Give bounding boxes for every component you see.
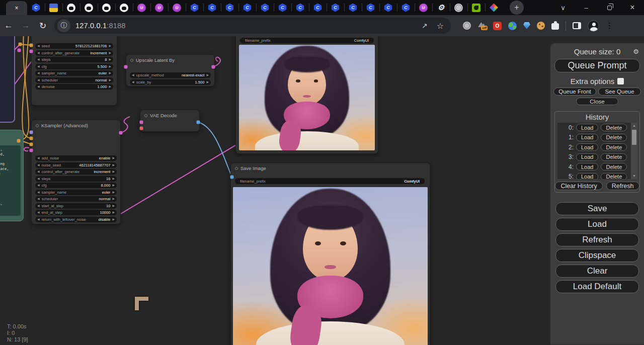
- new-tab-button[interactable]: +: [510, 1, 524, 15]
- increment-arrow-icon[interactable]: [206, 79, 209, 85]
- increment-arrow-icon[interactable]: [112, 217, 115, 222]
- refresh-button[interactable]: Refresh: [555, 233, 639, 246]
- pinned-tab[interactable]: [467, 0, 485, 15]
- clear-history-button[interactable]: Clear History: [555, 182, 602, 190]
- positive-input-slot[interactable]: [30, 137, 33, 140]
- gem-extension-icon[interactable]: [523, 22, 530, 29]
- output-slot[interactable]: [18, 49, 21, 52]
- pinned-tab[interactable]: [309, 0, 327, 15]
- pinned-tab[interactable]: [150, 0, 168, 15]
- output-slot[interactable]: [17, 139, 21, 143]
- decrement-arrow-icon[interactable]: [37, 217, 40, 222]
- ksampler-advanced-node[interactable]: KSampler (Advanced) add_noise enable noi…: [31, 120, 121, 224]
- images-input-slot[interactable]: [230, 176, 234, 179]
- decrement-arrow-icon[interactable]: [37, 50, 40, 56]
- load-button[interactable]: Load: [555, 218, 639, 231]
- decrement-arrow-icon[interactable]: [37, 77, 40, 83]
- pinned-tab[interactable]: [344, 0, 362, 15]
- increment-arrow-icon[interactable]: [109, 57, 111, 62]
- input-slot[interactable]: [30, 50, 33, 53]
- decrement-arrow-icon[interactable]: [37, 190, 40, 195]
- node-widget[interactable]: return_with_leftover_noise disable: [35, 217, 117, 222]
- latent-input-slot[interactable]: [30, 149, 33, 152]
- pinned-tab[interactable]: [186, 0, 203, 15]
- tab-close-icon[interactable]: ×: [15, 5, 18, 12]
- settings-gear-icon[interactable]: ⚙: [633, 48, 639, 55]
- increment-arrow-icon[interactable]: [112, 169, 115, 175]
- collapse-dot-icon[interactable]: [36, 124, 39, 127]
- node-widget[interactable]: scheduler normal: [35, 196, 117, 202]
- latent-output-slot[interactable]: [119, 131, 123, 135]
- save-button[interactable]: Save: [555, 202, 639, 215]
- negative-input-slot[interactable]: [30, 143, 33, 146]
- decrement-arrow-icon[interactable]: [37, 203, 40, 209]
- pinned-tab[interactable]: [168, 0, 186, 15]
- node-widget[interactable]: steps 16: [35, 176, 117, 182]
- node-widget[interactable]: noise_seed 462118145887707: [35, 162, 117, 168]
- history-delete-button[interactable]: Delete: [601, 163, 627, 170]
- history-load-button[interactable]: Load: [576, 153, 598, 161]
- input-slot[interactable]: [30, 44, 33, 47]
- increment-arrow-icon[interactable]: [109, 77, 111, 83]
- node-widget[interactable]: end_at_step 10000: [35, 210, 117, 215]
- extensions-puzzle-icon[interactable]: [551, 23, 559, 30]
- pinned-tab[interactable]: [397, 0, 415, 15]
- node-widget[interactable]: scheduler normal: [35, 77, 113, 83]
- profile-avatar[interactable]: [588, 20, 599, 32]
- pinned-tab[interactable]: [274, 0, 291, 15]
- increment-arrow-icon[interactable]: [109, 70, 111, 76]
- address-bar[interactable]: ⓘ 127.0.0.1:8188 ↗ ☆: [54, 18, 451, 34]
- earth-extension-icon[interactable]: [508, 22, 517, 30]
- node-widget[interactable]: seed 578122121881706: [35, 43, 113, 49]
- increment-arrow-icon[interactable]: [112, 203, 115, 209]
- history-load-button[interactable]: Load: [576, 134, 598, 141]
- queue-prompt-button[interactable]: Queue Prompt: [554, 59, 640, 72]
- preview-image-node[interactable]: filename_prefix ComfyUI: [235, 36, 378, 154]
- clipspace-button[interactable]: Clipspace: [555, 249, 639, 262]
- site-info-icon[interactable]: ⓘ: [57, 19, 70, 32]
- red-o-extension-icon[interactable]: O: [493, 22, 502, 30]
- negative-prompt-text[interactable]: ve:0.5], utilated, limbs, , missing , ne…: [0, 145, 21, 216]
- minimize-button[interactable]: –: [575, 4, 598, 12]
- pinned-tab[interactable]: [221, 0, 238, 15]
- pinned-tab[interactable]: [45, 0, 62, 15]
- scroll-down-icon[interactable]: ▼: [632, 173, 636, 179]
- pinned-tab[interactable]: [80, 0, 98, 15]
- increment-arrow-icon[interactable]: [112, 162, 115, 168]
- history-delete-button[interactable]: Delete: [601, 153, 627, 161]
- collapse-dot-icon[interactable]: [144, 114, 147, 117]
- model-input-slot[interactable]: [30, 131, 33, 134]
- pinned-tab[interactable]: [27, 0, 45, 15]
- pinned-tab[interactable]: [291, 0, 309, 15]
- extra-options-checkbox[interactable]: [617, 78, 624, 84]
- decrement-arrow-icon[interactable]: [37, 57, 40, 62]
- node-widget[interactable]: denoise 1.000: [35, 84, 113, 90]
- tab-search-chevron-icon[interactable]: ∨: [551, 4, 575, 12]
- node-widget[interactable]: upscale_method nearest-exact: [130, 72, 211, 78]
- collapse-dot-icon[interactable]: [235, 167, 238, 170]
- pinned-tab[interactable]: [256, 0, 274, 15]
- increment-arrow-icon[interactable]: [112, 190, 115, 195]
- bookmark-star-icon[interactable]: ☆: [437, 21, 444, 31]
- pinned-tab[interactable]: [238, 0, 256, 15]
- increment-arrow-icon[interactable]: [112, 176, 115, 182]
- see-queue-button[interactable]: See Queue: [598, 88, 641, 96]
- decrement-arrow-icon[interactable]: [37, 210, 40, 215]
- pinned-tab[interactable]: [362, 0, 379, 15]
- decrement-arrow-icon[interactable]: [37, 162, 40, 168]
- node-widget[interactable]: filename_prefix ComfyUI: [240, 38, 374, 43]
- increment-arrow-icon[interactable]: [109, 50, 111, 56]
- restore-button[interactable]: [598, 4, 621, 12]
- filename-prefix-widget[interactable]: filename_prefix ComfyUI: [235, 178, 425, 184]
- node-widget[interactable]: control_after_generate increment: [35, 50, 113, 56]
- cookie-extension-icon[interactable]: [537, 22, 545, 30]
- history-delete-button[interactable]: Delete: [601, 134, 627, 141]
- pinned-tab[interactable]: [327, 0, 344, 15]
- clear-button[interactable]: Clear: [555, 265, 639, 278]
- upscale-latent-node[interactable]: Upscale Latent By upscale_method nearest…: [126, 54, 215, 87]
- blocker-off-extension-icon[interactable]: off: [477, 21, 487, 30]
- vae-input-slot[interactable]: [140, 127, 143, 130]
- pinned-tab[interactable]: [133, 0, 150, 15]
- decrement-arrow-icon[interactable]: [37, 84, 40, 90]
- history-load-button[interactable]: Load: [576, 173, 598, 179]
